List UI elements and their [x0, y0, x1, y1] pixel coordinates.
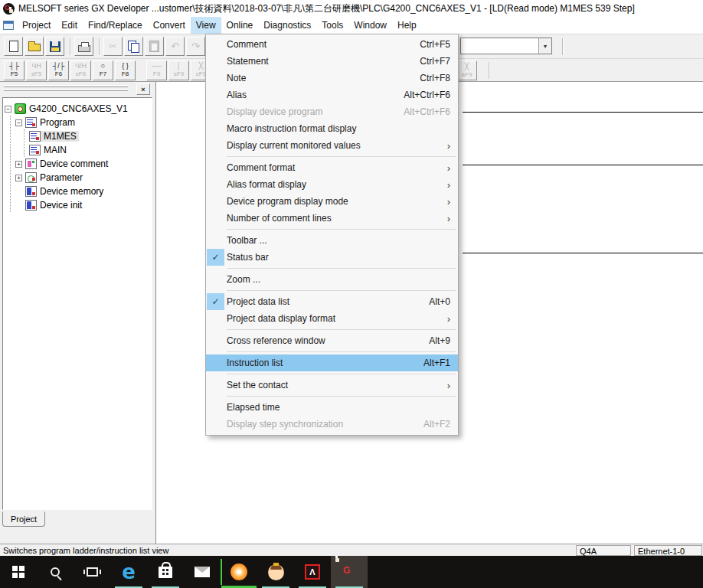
tree-node-root[interactable]: − G4200_CNC6AXES_V1	[5, 102, 150, 116]
taskbar-store-button[interactable]	[147, 556, 184, 588]
menu-item-alias[interactable]: Alias Alt+Ctrl+F6	[206, 87, 458, 103]
start-button[interactable]	[0, 556, 37, 588]
delete-horizontal-line-icon: ╳	[199, 63, 203, 70]
tree-node-program[interactable]: − Program	[15, 116, 150, 129]
taskbar-search-button[interactable]	[37, 556, 74, 588]
avatar-icon	[268, 564, 284, 580]
save-button[interactable]	[45, 37, 64, 56]
application-instruction-button[interactable]: { } F8	[115, 60, 136, 80]
new-icon	[9, 41, 18, 52]
tree-node-device-init[interactable]: Device init	[15, 198, 150, 212]
print-button[interactable]	[74, 37, 93, 56]
tree-node-parameter[interactable]: + Parameter	[15, 171, 150, 185]
child-window-icon[interactable]	[3, 21, 14, 30]
menu-online[interactable]: Online	[221, 17, 259, 34]
menu-item-instruction-list[interactable]: Instruction list Alt+F1	[206, 354, 458, 371]
ladder-rung-line	[463, 253, 703, 253]
menu-item-display-current-monitored-values[interactable]: Display current monitored values ›	[206, 137, 458, 154]
collapse-icon[interactable]: −	[15, 119, 22, 126]
menu-item-zoom[interactable]: Zoom ...	[206, 271, 458, 288]
taskbar-acrobat-button[interactable]: Λ	[294, 556, 331, 588]
closed-contact-button[interactable]: ┤/├ F6	[48, 60, 69, 80]
closed-contact-icon: ┤/├	[53, 63, 64, 70]
taskbar-plc-monitor-button[interactable]	[221, 556, 257, 588]
project-tab[interactable]: Project	[2, 511, 45, 527]
copy-button[interactable]	[124, 37, 143, 56]
submenu-arrow-icon: ›	[447, 380, 450, 391]
submenu-arrow-icon: ›	[447, 196, 450, 207]
menu-item-device-program-display-mode[interactable]: Device program display mode ›	[206, 193, 458, 210]
dropdown-arrow-icon[interactable]: ▼	[538, 38, 551, 54]
menu-item-note[interactable]: Note Ctrl+F8	[206, 70, 458, 87]
menu-item-alias-format-display[interactable]: Alias format display ›	[206, 176, 458, 193]
submenu-arrow-icon: ›	[447, 313, 450, 325]
coil-icon: ○	[101, 63, 105, 70]
open-button[interactable]	[25, 37, 44, 56]
horizontal-line-icon: ──	[152, 63, 162, 70]
undo-button: ↶	[165, 37, 185, 56]
menu-window[interactable]: Window	[348, 17, 392, 34]
coil-button[interactable]: ○ F7	[93, 60, 113, 80]
app-icon	[3, 3, 15, 15]
panel-close-button[interactable]: ×	[136, 83, 150, 95]
panel-header: ×	[0, 82, 155, 96]
tree-node-main[interactable]: MAIN	[29, 143, 150, 157]
combobox-value[interactable]	[461, 38, 538, 54]
collapse-icon[interactable]: −	[5, 106, 11, 113]
horizontal-line-button: ── F9	[146, 60, 167, 80]
menu-item-comment[interactable]: Comment Ctrl+F5	[206, 36, 458, 53]
menu-item-project-data-display-format[interactable]: Project data display format ›	[206, 310, 458, 327]
application-instruction-icon: { }	[122, 63, 129, 70]
expand-icon[interactable]: +	[15, 175, 22, 181]
tree-node-m1mes[interactable]: M1MES	[29, 129, 150, 143]
menu-diagnostics[interactable]: Diagnostics	[258, 17, 316, 34]
taskbar-edge-button[interactable]: e	[110, 556, 147, 588]
delete-rung-button: ╳ aF9	[456, 60, 477, 80]
menu-item-elapsed-time[interactable]: Elapsed time	[206, 399, 458, 416]
menu-item-display-device-program: Display device program Alt+Ctrl+F6	[206, 103, 458, 120]
taskbar-avatar-app-button[interactable]	[257, 556, 294, 588]
menu-item-macro-instruction-format-display[interactable]: Macro instruction format display	[206, 120, 458, 137]
panel-drag-grip[interactable]	[4, 85, 128, 87]
menu-separator	[227, 156, 456, 157]
menu-item-number-of-comment-lines[interactable]: Number of comment lines ›	[206, 210, 458, 227]
menu-item-project-data-list[interactable]: ✓ Project data list Alt+0	[206, 293, 458, 310]
menu-convert[interactable]: Convert	[148, 17, 191, 34]
expand-icon[interactable]: +	[15, 161, 22, 168]
parameter-icon	[25, 172, 37, 183]
paste-icon	[149, 41, 159, 52]
device-search-combobox[interactable]: ▼	[460, 38, 552, 54]
menu-item-set-the-contact[interactable]: Set the contact ›	[206, 377, 458, 394]
menu-tools[interactable]: Tools	[316, 17, 348, 34]
menu-edit[interactable]: Edit	[56, 17, 83, 34]
menu-item-toolbar[interactable]: Toolbar ...	[206, 232, 458, 249]
menu-help[interactable]: Help	[392, 17, 422, 34]
menu-bar: Project Edit Find/Replace Convert View O…	[0, 17, 703, 34]
menu-item-statement[interactable]: Statement Ctrl+F7	[206, 53, 458, 70]
taskbar-mail-button[interactable]	[184, 556, 221, 588]
menu-item-comment-format[interactable]: Comment format ›	[206, 159, 458, 176]
open-contact-button[interactable]: ┤├ F5	[4, 60, 25, 80]
ladder-rung-line	[463, 112, 703, 113]
menu-separator	[227, 351, 456, 352]
task-view-button[interactable]	[74, 556, 110, 588]
program-icon	[29, 145, 41, 155]
gx-developer-icon	[341, 564, 358, 580]
menu-item-status-bar[interactable]: ✓ Status bar	[206, 249, 458, 266]
toolbar-separator	[70, 38, 70, 55]
menu-view[interactable]: View	[191, 17, 221, 34]
panel-drag-grip[interactable]	[4, 89, 128, 91]
taskbar-gx-developer-button[interactable]	[331, 556, 368, 588]
save-icon	[50, 41, 60, 52]
menu-find-replace[interactable]: Find/Replace	[83, 17, 148, 34]
tree-node-device-comment[interactable]: + Device comment	[15, 157, 150, 171]
cut-button: ✂	[103, 37, 123, 56]
menu-item-cross-reference-window[interactable]: Cross reference window Alt+9	[206, 332, 458, 349]
menu-project[interactable]: Project	[17, 17, 56, 34]
new-button[interactable]	[4, 37, 23, 56]
connection-indicator: Ethernet-1-0	[634, 545, 702, 556]
tree-node-device-memory[interactable]: Device memory	[15, 185, 150, 198]
task-view-icon	[87, 567, 98, 577]
toolbar-separator	[489, 62, 489, 79]
open-folder-icon	[28, 44, 41, 51]
